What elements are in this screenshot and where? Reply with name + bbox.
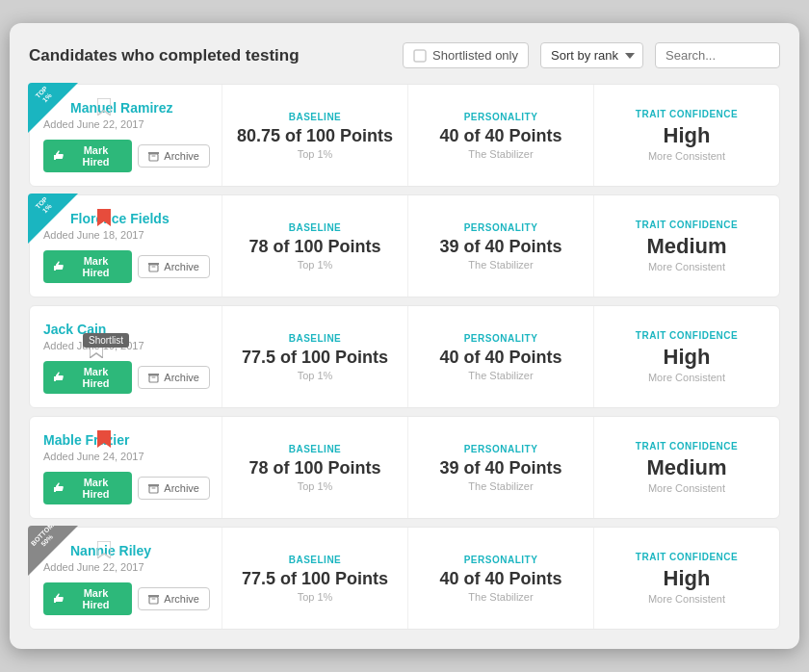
archive-icon: [148, 594, 159, 605]
personality-block: PERSONALITY 39 of 40 Points The Stabiliz…: [408, 195, 594, 297]
candidates-list: TOP1% Manuel Ramirez Added June 22, 2017…: [29, 84, 780, 630]
baseline-value: 78 of 100 Points: [248, 458, 380, 478]
personality-value: 39 of 40 Points: [439, 458, 561, 478]
personality-label: PERSONALITY: [464, 112, 538, 122]
candidate-actions: Mark Hired Archive: [43, 140, 210, 172]
confidence-value: Medium: [646, 455, 726, 480]
confidence-label: TRAIT CONFIDENCE: [636, 441, 738, 452]
archive-button[interactable]: Archive: [138, 255, 210, 278]
baseline-block: BASELINE 77.5 of 100 Points Top 1%: [222, 306, 408, 407]
sort-select[interactable]: Sort by rank: [540, 42, 643, 68]
archive-button[interactable]: Archive: [138, 144, 210, 168]
mark-hired-button[interactable]: Mark Hired: [43, 361, 132, 394]
archive-icon: [148, 373, 159, 383]
confidence-sub: More Consistent: [648, 593, 725, 605]
thumbs-up-icon: [53, 482, 65, 494]
svg-rect-3: [149, 375, 158, 382]
personality-label: PERSONALITY: [464, 555, 538, 565]
confidence-value: Medium: [646, 234, 726, 259]
confidence-label: TRAIT CONFIDENCE: [636, 330, 738, 341]
personality-value: 40 of 40 Points: [439, 348, 561, 368]
archive-button[interactable]: Archive: [138, 366, 210, 389]
svg-rect-4: [149, 486, 158, 493]
badge-corner: BOTTOM50%: [28, 526, 78, 576]
checkbox-icon: [413, 49, 427, 63]
bookmark-icon[interactable]: [97, 430, 111, 452]
personality-sub: The Stabilizer: [468, 370, 533, 381]
thumbs-up-icon: [53, 593, 65, 605]
personality-sub: The Stabilizer: [468, 148, 533, 160]
archive-button[interactable]: Archive: [138, 587, 210, 610]
personality-block: PERSONALITY 40 of 40 Points The Stabiliz…: [408, 306, 594, 407]
confidence-label: TRAIT CONFIDENCE: [636, 552, 738, 562]
candidate-name[interactable]: Mable Frazier: [43, 432, 210, 448]
baseline-sub: Top 1%: [298, 148, 333, 160]
baseline-label: BASELINE: [289, 333, 342, 344]
personality-label: PERSONALITY: [464, 222, 538, 233]
candidate-name[interactable]: Florence Fields: [70, 211, 210, 226]
archive-button[interactable]: Archive: [138, 477, 210, 500]
personality-block: PERSONALITY 40 of 40 Points The Stabiliz…: [408, 85, 594, 186]
shortlist-tooltip: Shortlist: [83, 333, 129, 348]
thumbs-up-icon: [53, 372, 65, 383]
baseline-label: BASELINE: [289, 222, 342, 233]
confidence-block: TRAIT CONFIDENCE High More Consistent: [594, 85, 779, 186]
candidate-stats: BASELINE 78 of 100 Points Top 1% PERSONA…: [222, 417, 779, 518]
mark-hired-button[interactable]: Mark Hired: [43, 140, 132, 172]
baseline-block: BASELINE 78 of 100 Points Top 1%: [222, 195, 408, 297]
candidate-name[interactable]: Nannie Riley: [70, 543, 210, 558]
baseline-value: 77.5 of 100 Points: [242, 348, 388, 368]
shortlisted-only-toggle[interactable]: Shortlisted only: [403, 42, 529, 68]
confidence-value: High: [664, 123, 711, 148]
candidate-row: Shortlist Jack Cain Added June 19, 2017 …: [29, 305, 780, 408]
mark-hired-button[interactable]: Mark Hired: [43, 582, 132, 615]
svg-rect-5: [149, 597, 158, 604]
candidate-actions: Mark Hired Archive: [43, 472, 210, 504]
bookmark-icon[interactable]: [97, 98, 111, 119]
personality-block: PERSONALITY 39 of 40 Points The Stabiliz…: [408, 417, 594, 518]
personality-label: PERSONALITY: [464, 444, 538, 454]
confidence-sub: More Consistent: [648, 482, 725, 494]
candidate-actions: Mark Hired Archive: [43, 582, 210, 615]
confidence-block: TRAIT CONFIDENCE High More Consistent: [594, 306, 779, 407]
archive-icon: [148, 262, 159, 272]
candidate-row: TOP1% Florence Fields Added June 18, 201…: [29, 194, 780, 297]
mark-hired-button[interactable]: Mark Hired: [43, 472, 132, 504]
confidence-sub: More Consistent: [648, 150, 725, 162]
archive-icon: [148, 151, 159, 162]
personality-value: 40 of 40 Points: [439, 569, 561, 589]
candidate-row: TOP1% Manuel Ramirez Added June 22, 2017…: [29, 84, 780, 187]
svg-rect-0: [414, 50, 426, 62]
baseline-sub: Top 1%: [298, 370, 333, 381]
baseline-sub: Top 1%: [298, 259, 333, 271]
svg-rect-2: [149, 265, 158, 271]
confidence-block: TRAIT CONFIDENCE High More Consistent: [594, 528, 779, 629]
baseline-label: BASELINE: [289, 444, 342, 454]
personality-sub: The Stabilizer: [468, 591, 533, 603]
page-title: Candidates who completed testing: [29, 46, 391, 65]
candidate-stats: BASELINE 77.5 of 100 Points Top 1% PERSO…: [222, 528, 779, 629]
bookmark-icon[interactable]: [97, 209, 111, 230]
search-input[interactable]: [655, 42, 780, 68]
thumbs-up-icon: [53, 261, 65, 272]
baseline-value: 77.5 of 100 Points: [242, 569, 388, 589]
confidence-sub: More Consistent: [648, 261, 725, 272]
candidate-stats: BASELINE 77.5 of 100 Points Top 1% PERSO…: [222, 306, 779, 407]
baseline-label: BASELINE: [289, 112, 342, 122]
candidate-added: Added June 24, 2017: [43, 451, 210, 462]
confidence-label: TRAIT CONFIDENCE: [636, 109, 738, 119]
confidence-value: High: [664, 345, 711, 370]
bookmark-icon[interactable]: [97, 541, 111, 562]
candidate-name[interactable]: Manuel Ramirez: [70, 100, 210, 116]
confidence-block: TRAIT CONFIDENCE Medium More Consistent: [594, 195, 779, 297]
mark-hired-button[interactable]: Mark Hired: [43, 250, 132, 283]
baseline-sub: Top 1%: [298, 480, 333, 492]
baseline-label: BASELINE: [289, 555, 342, 565]
confidence-value: High: [664, 566, 711, 591]
baseline-sub: Top 1%: [298, 591, 333, 603]
candidate-actions: Mark Hired Archive: [43, 361, 210, 394]
badge-corner: TOP1%: [28, 194, 78, 244]
app-container: Candidates who completed testing Shortli…: [10, 23, 799, 649]
thumbs-up-icon: [53, 150, 65, 162]
candidate-stats: BASELINE 78 of 100 Points Top 1% PERSONA…: [222, 195, 779, 297]
